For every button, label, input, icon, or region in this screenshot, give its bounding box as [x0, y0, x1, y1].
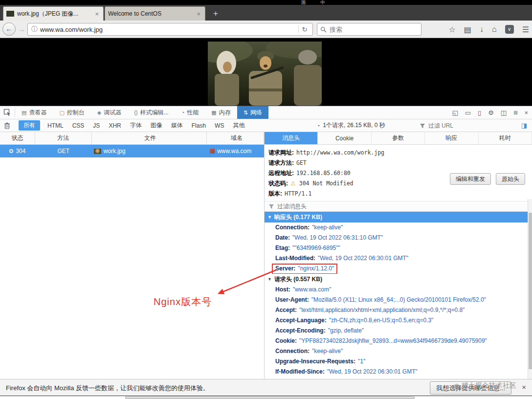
- server-header-highlight-box: Server:"nginx/1.12.0": [272, 264, 337, 274]
- header-row[interactable]: Date:"Wed, 19 Oct 2022 06:31:10 GMT": [265, 233, 528, 243]
- request-headers-section[interactable]: ▼ 请求头 (0.557 KB): [265, 274, 528, 285]
- header-row[interactable]: Upgrade-Insecure-Requests:"1": [265, 356, 528, 367]
- back-button[interactable]: ←: [2, 22, 16, 36]
- responsive-mode-icon[interactable]: ◱: [452, 109, 458, 116]
- request-url-value: http://www.wa.com/work.jpg: [296, 149, 384, 156]
- url-input[interactable]: [40, 26, 298, 33]
- home-icon[interactable]: ⌂: [492, 25, 497, 34]
- phone-icon[interactable]: ▯: [478, 109, 481, 116]
- column-status[interactable]: 状态: [0, 132, 35, 144]
- column-method[interactable]: 方法: [35, 132, 92, 144]
- header-row-server[interactable]: Server:"nginx/1.12.0": [265, 264, 528, 274]
- header-row[interactable]: Accept-Encoding:"gzip, deflate": [265, 326, 528, 336]
- pocket-icon[interactable]: ∨: [505, 25, 514, 34]
- detail-tab-headers[interactable]: 消息头: [265, 132, 318, 144]
- filter-html[interactable]: HTML: [43, 121, 68, 130]
- devtools-tab-performance[interactable]: ◔ 性能: [175, 106, 205, 119]
- dock-side-icon[interactable]: ⧈: [513, 109, 517, 116]
- clear-requests-icon[interactable]: [0, 122, 14, 129]
- filter-other[interactable]: 其他: [228, 120, 249, 131]
- security-state-icon: [210, 149, 215, 154]
- request-method-line: 请求方法:GET: [265, 158, 532, 168]
- detail-tab-cookie[interactable]: Cookie: [318, 132, 371, 144]
- header-row[interactable]: Host:"www.wa.com": [265, 285, 528, 295]
- response-headers-section[interactable]: ▼ 响应头 (0.177 KB): [265, 212, 528, 222]
- watermark: ◉ 稀土掘金技术社区: [454, 381, 516, 390]
- header-row[interactable]: Cookie:"YPF8827340282Jdskjhfiw_92893...d…: [265, 336, 528, 346]
- header-row[interactable]: Connection:"keep-alive": [265, 346, 528, 356]
- frame-select-icon[interactable]: ▭: [465, 109, 471, 116]
- tab-welcome-centos[interactable]: Welcome to CentOS ×: [105, 6, 205, 21]
- filter-xhr[interactable]: XHR: [104, 121, 125, 130]
- filter-all[interactable]: 所有: [19, 120, 40, 131]
- new-tab-button[interactable]: +: [209, 8, 222, 20]
- funnel-icon: [268, 203, 274, 209]
- search-input[interactable]: [330, 26, 418, 33]
- detail-tab-timings[interactable]: 耗时: [479, 132, 532, 144]
- gear-icon[interactable]: ⚙: [488, 109, 494, 116]
- navigation-bar: ← → ⓘ ↻ ☆ ▤ ↓ ⌂ ∨ ☰: [0, 21, 532, 38]
- header-row[interactable]: If-Modified-Since:"Wed, 19 Oct 2022 06:3…: [265, 367, 528, 377]
- http-version-line: 版本:HTTP/1.1: [265, 189, 532, 199]
- tab-label: 查看器: [29, 109, 46, 117]
- nginx-version-annotation: Nginx版本号: [154, 295, 212, 309]
- header-row[interactable]: User-Agent:"Mozilla/5.0 (X11; Linux x86_…: [265, 295, 528, 305]
- devtools-tab-debugger[interactable]: ◈ 调试器: [91, 106, 128, 119]
- devtools-close-icon[interactable]: ×: [524, 109, 528, 116]
- notification-close-icon[interactable]: ×: [522, 383, 526, 391]
- tab-label: 控制台: [67, 109, 85, 117]
- devtools-tab-console[interactable]: ▢ 控制台: [53, 106, 90, 119]
- scrollbar-thumb[interactable]: [529, 213, 532, 369]
- tab-close-icon[interactable]: ×: [93, 10, 100, 18]
- header-row[interactable]: Last-Modified:"Wed, 19 Oct 2022 06:30:01…: [265, 253, 528, 264]
- column-domain[interactable]: 域名: [207, 132, 264, 144]
- detail-tab-params[interactable]: 参数: [372, 132, 425, 144]
- page-content: [0, 38, 532, 106]
- work-jpg-image[interactable]: [208, 42, 322, 106]
- edit-resend-button[interactable]: 编辑和重发: [450, 173, 491, 185]
- filter-css[interactable]: CSS: [68, 121, 89, 130]
- filter-url-input[interactable]: [428, 122, 502, 129]
- juejin-logo-icon: ◉: [454, 382, 460, 390]
- reading-list-icon[interactable]: ▤: [464, 25, 471, 34]
- downloads-icon[interactable]: ↓: [480, 25, 484, 34]
- performance-analysis-icon[interactable]: ◔: [317, 123, 320, 129]
- header-row[interactable]: Accept-Language:"zh-CN,zh;q=0.8,en-US;q=…: [265, 315, 528, 326]
- toggle-details-pane-icon[interactable]: ◨: [521, 122, 527, 129]
- raw-headers-button[interactable]: 原始头: [496, 173, 525, 185]
- devtools-toolbar: ▤ 查看器 ▢ 控制台 ◈ 调试器 {} 样式编辑... ◔ 性能 ▦ 内存: [0, 106, 532, 119]
- request-row-work-jpg[interactable]: 304 GET work.jpg www.wa.com: [0, 145, 264, 157]
- url-bar[interactable]: ⓘ ↻: [27, 23, 313, 36]
- details-scrollbar[interactable]: [528, 199, 532, 379]
- devtools-tab-inspector[interactable]: ▤ 查看器: [15, 106, 53, 119]
- filter-headers-input[interactable]: [277, 203, 375, 210]
- filter-js[interactable]: JS: [89, 121, 104, 130]
- search-bar[interactable]: [317, 23, 421, 36]
- chevron-down-icon: ▼: [267, 274, 272, 285]
- detail-tab-response[interactable]: 响应: [425, 132, 478, 144]
- header-row[interactable]: Connection:"keep-alive": [265, 222, 528, 233]
- menu-icon[interactable]: ☰: [522, 25, 529, 34]
- devtools-tab-style-editor[interactable]: {} 样式编辑...: [128, 106, 175, 119]
- filter-media[interactable]: 媒体: [167, 120, 187, 131]
- tab-close-icon[interactable]: ×: [195, 10, 202, 18]
- http-version-value: HTTP/1.1: [285, 190, 311, 197]
- filter-ws[interactable]: WS: [210, 121, 228, 130]
- devtools-tab-memory[interactable]: ▦ 内存: [205, 106, 237, 119]
- forward-button[interactable]: →: [18, 25, 25, 33]
- filter-flash[interactable]: Flash: [187, 121, 210, 130]
- watermark-text: 稀土掘金技术社区: [462, 381, 516, 390]
- site-info-icon[interactable]: ⓘ: [31, 25, 38, 34]
- column-file[interactable]: 文件: [92, 132, 207, 144]
- filter-font[interactable]: 字体: [126, 120, 146, 131]
- tab-work-jpg[interactable]: work.jpg（JPEG 图像... ×: [3, 6, 104, 21]
- pick-element-icon[interactable]: [0, 106, 15, 119]
- header-row[interactable]: Etag:""634f9969-6895"": [265, 243, 528, 253]
- devtools-tab-network[interactable]: ⇅ 网络: [237, 106, 268, 119]
- bookmark-star-icon[interactable]: ☆: [449, 25, 456, 34]
- split-console-icon[interactable]: ◫: [501, 109, 507, 116]
- bottom-scrollbar[interactable]: [125, 397, 415, 399]
- reload-icon[interactable]: ↻: [298, 25, 310, 33]
- header-row[interactable]: Accept:"text/html,application/xhtml+xml,…: [265, 305, 528, 315]
- filter-images[interactable]: 图像: [146, 120, 167, 131]
